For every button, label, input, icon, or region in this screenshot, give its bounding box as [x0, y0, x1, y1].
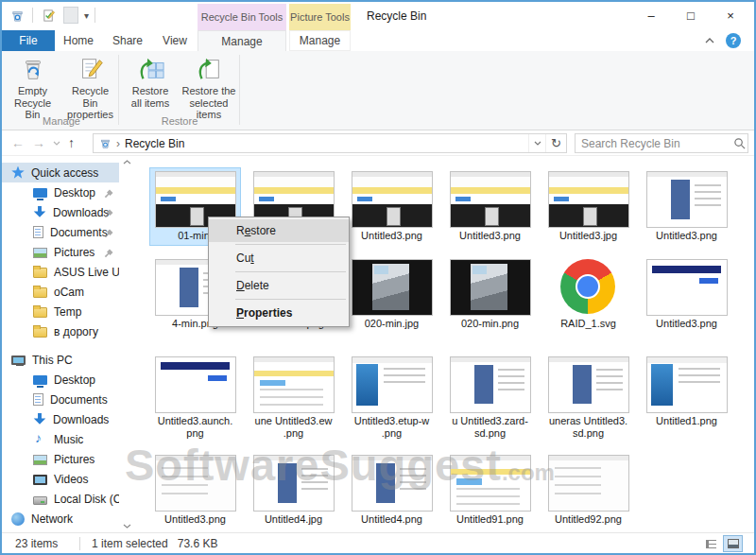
- file-name: uneras Untitled3. sd.png: [545, 415, 631, 442]
- pictures-icon: [33, 248, 47, 258]
- menu-item-delete[interactable]: Delete: [209, 274, 349, 297]
- file-tile[interactable]: Untitled3.jpg: [542, 167, 634, 246]
- sidebar-item-desktop[interactable]: Desktop: [2, 370, 119, 390]
- search-icon[interactable]: [733, 137, 751, 149]
- sidebar-item-label: Documents: [50, 393, 108, 407]
- file-tile[interactable]: Untitled92.png: [542, 451, 634, 529]
- tab-view[interactable]: View: [153, 30, 197, 51]
- sidebar-item-pictures[interactable]: Pictures: [2, 449, 119, 469]
- file-row: Untitled3.png Untitled4.jpg Untitled4.pn…: [149, 451, 754, 529]
- file-tile[interactable]: RAID_1.svg: [542, 255, 634, 334]
- help-icon[interactable]: ?: [726, 33, 741, 48]
- file-thumbnail: [548, 259, 629, 316]
- sidebar-item-temp[interactable]: Temp: [2, 302, 119, 321]
- refresh-icon[interactable]: ↻: [545, 134, 566, 152]
- button-label: Empty: [18, 85, 47, 97]
- details-view-button[interactable]: [701, 535, 721, 552]
- new-folder-shortcut-icon[interactable]: [63, 7, 78, 24]
- file-tile[interactable]: Untitled3.png: [149, 451, 241, 529]
- forward-icon[interactable]: →: [32, 135, 45, 150]
- address-dropdown-chevron-icon[interactable]: [528, 134, 545, 152]
- close-button[interactable]: ×: [711, 2, 750, 28]
- file-tile[interactable]: Untitled3.png: [346, 167, 438, 246]
- file-tile[interactable]: Untitled1.png: [641, 353, 732, 444]
- sidebar-item-downloads[interactable]: Downloads: [2, 202, 119, 222]
- file-name: Untitled1.png: [644, 415, 730, 428]
- downloads-icon: [33, 413, 46, 426]
- file-tile[interactable]: une Untitled3.ew .png: [248, 353, 339, 444]
- thumbnail-view-button[interactable]: [723, 535, 743, 552]
- file-tile[interactable]: Untitled3.etup-w .png: [346, 353, 438, 444]
- scroll-down-icon[interactable]: [123, 524, 131, 529]
- breadcrumb[interactable]: › Recycle Bin: [94, 137, 528, 150]
- breadcrumb-location[interactable]: Recycle Bin: [125, 137, 184, 150]
- restore-selected-items-button[interactable]: Restore the selected items: [181, 55, 236, 121]
- quick-access-toolbar: ▾: [8, 6, 95, 25]
- recycle-bin-properties-button[interactable]: Recycle Bin properties: [63, 55, 117, 121]
- sidebar-item-local-disk-c-[interactable]: Local Disk (C:): [2, 489, 119, 509]
- tab-manage-recycle-bin-tools[interactable]: Manage: [198, 30, 286, 51]
- menu-item-restore[interactable]: Restore: [209, 219, 349, 242]
- file-tile[interactable]: Untitled91.png: [444, 451, 536, 529]
- sidebar-item-label: Pictures: [54, 246, 94, 259]
- sidebar-item-desktop[interactable]: Desktop: [2, 182, 119, 202]
- sidebar-item-music[interactable]: Music: [2, 429, 119, 449]
- menu-item-properties[interactable]: Properties: [209, 302, 349, 324]
- restore-all-items-button[interactable]: Restore all items: [123, 55, 178, 121]
- button-label: all items: [131, 97, 169, 110]
- recycle-bin-icon[interactable]: [8, 6, 26, 25]
- explorer-window: ▾ Recycle Bin Tools Picture Tools Recycl…: [0, 0, 756, 555]
- sidebar-item-documents[interactable]: Documents: [2, 222, 119, 242]
- collapse-ribbon-icon[interactable]: [705, 38, 714, 43]
- file-tile[interactable]: Untitled3.aunch. png: [149, 353, 241, 444]
- navigation-pane-scrollbar[interactable]: [120, 156, 134, 536]
- file-tile[interactable]: uneras Untitled3. sd.png: [542, 353, 634, 444]
- search-input[interactable]: [576, 137, 733, 150]
- file-tile[interactable]: Untitled4.jpg: [248, 451, 339, 529]
- customize-toolbar-dropdown-icon[interactable]: ▾: [84, 10, 89, 21]
- tab-home[interactable]: Home: [55, 30, 102, 51]
- file-tile[interactable]: Untitled3.png: [641, 255, 732, 334]
- file-thumbnail: [253, 455, 335, 512]
- file-tile[interactable]: 020-min.png: [444, 255, 536, 334]
- file-tile[interactable]: Untitled3.png: [444, 167, 536, 246]
- tab-file[interactable]: File: [2, 30, 55, 51]
- minimize-button[interactable]: –: [631, 2, 671, 28]
- pc-icon: [11, 356, 26, 365]
- sidebar-item-label: Music: [54, 433, 83, 446]
- back-icon[interactable]: ←: [11, 135, 25, 150]
- sidebar-item-network[interactable]: Network: [2, 509, 119, 529]
- file-tile[interactable]: 020-min.jpg: [346, 255, 438, 334]
- properties-shortcut-icon[interactable]: [39, 6, 58, 25]
- menu-separator: [235, 244, 346, 245]
- scroll-up-icon[interactable]: [123, 160, 131, 165]
- maximize-button[interactable]: □: [671, 2, 711, 28]
- sidebar-item-label: Downloads: [53, 413, 109, 426]
- tab-share[interactable]: Share: [104, 30, 151, 51]
- file-name: Untitled3.png: [644, 230, 730, 243]
- file-thumbnail: [450, 356, 531, 413]
- sidebar-item-documents[interactable]: Documents: [2, 390, 119, 409]
- sidebar-item-pictures[interactable]: Pictures: [2, 242, 119, 262]
- contextual-tab-group-recycle-bin-tools[interactable]: Recycle Bin Tools: [198, 4, 286, 30]
- file-thumbnail: [352, 259, 433, 316]
- sidebar-item-в-дорогу[interactable]: в дорогу: [2, 321, 119, 341]
- sidebar-item-quick-access[interactable]: Quick access: [2, 163, 119, 182]
- file-tile[interactable]: u Untitled3.zard- sd.png: [444, 353, 536, 444]
- sidebar-item-ocam[interactable]: oCam: [2, 282, 119, 302]
- address-box[interactable]: › Recycle Bin ↻: [93, 133, 567, 153]
- sidebar-item-downloads[interactable]: Downloads: [2, 409, 119, 429]
- sidebar-item-this-pc[interactable]: This PC: [2, 350, 119, 370]
- button-label: Restore the: [182, 85, 236, 97]
- sidebar-item-videos[interactable]: Videos: [2, 469, 119, 489]
- file-name: Untitled4.jpg: [250, 513, 336, 527]
- menu-item-cut[interactable]: Cut: [209, 247, 349, 269]
- tab-manage-picture-tools[interactable]: Manage: [289, 30, 351, 51]
- file-tile[interactable]: Untitled4.png: [346, 451, 438, 529]
- file-tile[interactable]: Untitled3.png: [641, 167, 732, 246]
- contextual-tab-group-picture-tools[interactable]: Picture Tools: [289, 4, 351, 30]
- up-icon[interactable]: ↑: [68, 135, 75, 150]
- sidebar-item-asus-live-updat[interactable]: ASUS Live Updat: [2, 262, 119, 282]
- empty-recycle-bin-button[interactable]: Empty Recycle Bin: [6, 55, 60, 121]
- recent-locations-chevron-icon[interactable]: [53, 141, 60, 146]
